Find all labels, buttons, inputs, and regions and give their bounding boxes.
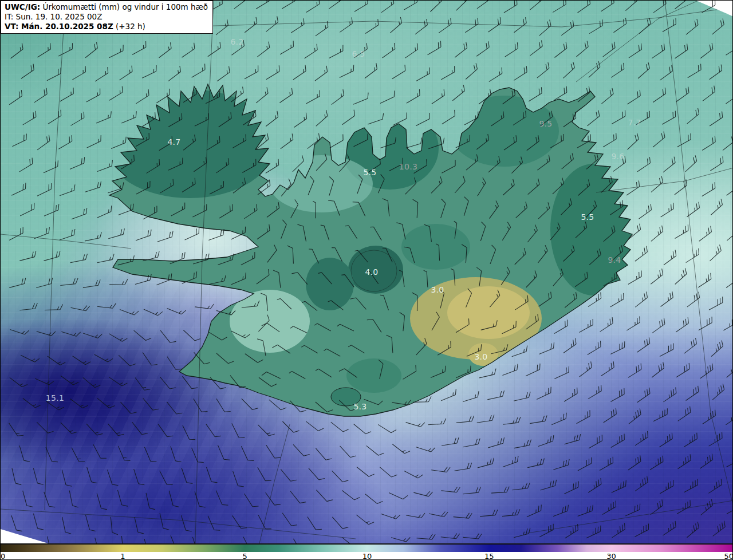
colorbar-gradient: [1, 545, 733, 552]
valid-time: VT: Mán. 20.10.2025 08Z: [5, 22, 113, 31]
map-vector-layer: [1, 1, 733, 543]
colorbar-tick: 30: [606, 552, 616, 560]
model-id: UWC/IG:: [5, 2, 40, 11]
colorbar-tick: 10: [362, 552, 372, 560]
title-line-valid: VT: Mán. 20.10.2025 08Z (+32 h): [5, 22, 208, 31]
no-data-wedge-bottomleft: [1, 529, 48, 543]
title-line-model: UWC/IG: Úrkomumætti (mm) og vindur i 100…: [5, 2, 208, 12]
colorbar-tick: 0: [1, 552, 5, 560]
colorbar-tick: 50: [724, 552, 733, 560]
weather-map-window: 6.26.54.75.510.39.57.79.65.59.44.03.03.0…: [0, 0, 733, 560]
vestmannaeyjar-island: [331, 388, 361, 406]
colorbar: 01510153050: [1, 543, 733, 560]
colorbar-tick: 5: [242, 552, 247, 560]
no-data-wedge-topright: [696, 1, 733, 17]
product-title: Úrkomumætti (mm) og vindur i 100m hæð: [40, 2, 208, 11]
land-fill-layer: [1, 1, 733, 543]
lead-time: (+32 h): [113, 22, 145, 31]
colorbar-tick-labels: 01510153050: [1, 552, 733, 560]
init-time: IT: Sun. 19. 10. 2025 00Z: [5, 12, 102, 21]
colorbar-tick: 15: [484, 552, 494, 560]
map-canvas: 6.26.54.75.510.39.57.79.65.59.44.03.03.0…: [1, 1, 733, 543]
colorbar-tick: 1: [120, 552, 125, 560]
title-box: UWC/IG: Úrkomumætti (mm) og vindur i 100…: [1, 1, 213, 34]
title-line-init: IT: Sun. 19. 10. 2025 00Z: [5, 12, 208, 22]
